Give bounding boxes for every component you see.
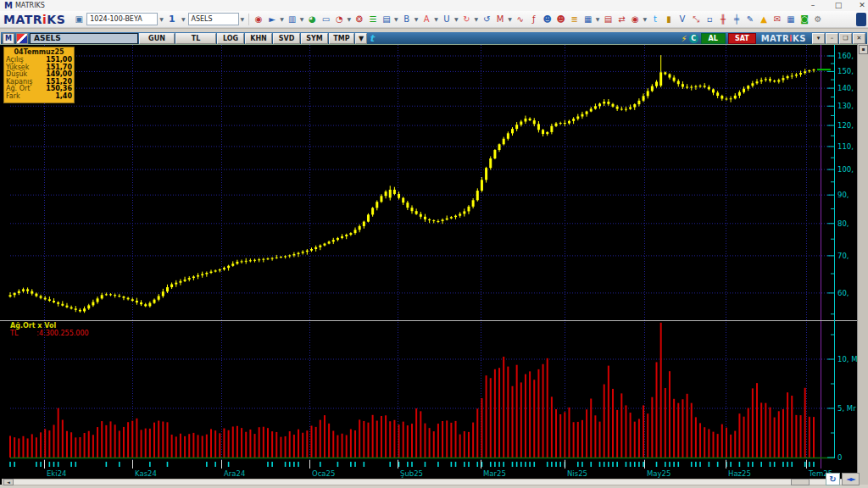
matriks-window-icon: M	[3, 33, 14, 44]
sync-button[interactable]: ↻	[826, 473, 840, 485]
price-axis-label: 90,	[837, 191, 849, 199]
horizontal-scrollbar[interactable]	[2, 479, 856, 485]
chevron-down-icon[interactable]: ▼	[454, 16, 459, 22]
button-svd[interactable]: SVD	[273, 33, 300, 44]
chevron-down-icon[interactable]: ▼	[596, 16, 600, 22]
zoom-icon[interactable]: ◉	[253, 14, 264, 25]
annotation-a-icon[interactable]: A	[420, 14, 432, 25]
scroll-thumb[interactable]	[791, 479, 810, 485]
chevron-down-icon[interactable]: ▼	[300, 16, 304, 22]
scroll-left-arrow[interactable]: ◄	[3, 479, 14, 485]
ruler-icon[interactable]: ⤡	[690, 14, 702, 25]
traffic-light-icon[interactable]: ≣	[569, 14, 581, 25]
save-icon[interactable]: ▣	[73, 14, 85, 25]
chart-menu-caret[interactable]: ▾	[812, 33, 825, 44]
chevron-down-icon[interactable]: ▼	[394, 16, 398, 22]
twitter-icon[interactable]: t	[370, 33, 374, 44]
function-icon[interactable]: ƒ	[528, 14, 540, 25]
chevron-down-icon[interactable]: ▼	[434, 16, 438, 22]
window-icon[interactable]: ▫	[704, 14, 715, 25]
price-axis-label: 80,	[837, 219, 849, 228]
month-label: Eki24	[47, 469, 66, 478]
monitor-icon[interactable]: ▭	[320, 14, 331, 25]
scale-button-log[interactable]: LOG	[217, 33, 244, 44]
lightning-icon[interactable]: ⚡	[682, 34, 687, 43]
month-label: Haz25	[728, 469, 751, 478]
menu-grid-icon[interactable]	[856, 13, 866, 26]
refresh-icon[interactable]: ↻	[461, 14, 473, 25]
chevron-down-icon[interactable]: ▼	[280, 16, 284, 22]
clock-icon[interactable]: ◔	[333, 14, 345, 25]
price-volume-chart[interactable]: 160,150,140,130,120,110,100,90,80,70,60,…	[0, 44, 868, 485]
workspace-select[interactable]: 1024-100-BEYA	[86, 13, 158, 25]
twitter-icon[interactable]: t	[649, 14, 661, 25]
history-icon[interactable]: ↺	[481, 14, 492, 25]
chart-restore-button[interactable]: ❏	[839, 33, 852, 44]
depth-icon[interactable]: ☰	[367, 14, 379, 25]
unit-button-tl[interactable]: TL	[175, 33, 216, 44]
user-icon[interactable]: ☻	[542, 14, 554, 25]
chevron-down-icon[interactable]: ▼	[159, 16, 164, 22]
volume-axis-label: 5, Mr	[837, 404, 856, 413]
v-icon[interactable]: V	[676, 14, 688, 25]
bar-navigation-button[interactable]: ◄►	[842, 473, 860, 485]
documents-icon[interactable]: ▤	[602, 14, 614, 25]
volume-pane-header: Ağ.Ort x Vol TL :4.300.255.000	[10, 322, 120, 337]
chart-symbol-field[interactable]: ASELS	[30, 33, 138, 44]
chart-type-icon[interactable]: ▥	[287, 14, 298, 25]
chevron-down-icon[interactable]: ▼	[415, 16, 419, 22]
button-khn[interactable]: KHN	[245, 33, 272, 44]
chart-close-button[interactable]: ✕	[853, 33, 865, 44]
right-scroll-strip[interactable]: ▪	[857, 44, 868, 485]
line-chart-icon[interactable]: ∿	[515, 14, 526, 25]
matriks-small-logo: MATRiKS	[761, 34, 806, 43]
palette-icon[interactable]: ❂	[353, 14, 365, 25]
calendar-icon[interactable]: ▦	[582, 14, 594, 25]
chart-dropdown-caret[interactable]: ▼	[355, 33, 367, 44]
c-badge-icon[interactable]: C	[689, 34, 698, 43]
journal-icon[interactable]: ▤	[381, 14, 392, 25]
page-number[interactable]: 1	[166, 14, 180, 25]
button-sym[interactable]: SYM	[301, 33, 328, 44]
ohlc-info-box: 04Temmuz25 Açılış151,00Yüksek151,70Düşük…	[3, 47, 75, 103]
price-axis-label: 150,	[837, 67, 854, 75]
underline-icon[interactable]: U	[441, 14, 453, 25]
strip-button[interactable]: ▪	[859, 45, 868, 54]
bold-icon[interactable]: B	[401, 14, 413, 25]
price-axis-label: 120,	[837, 121, 854, 130]
maximize-button[interactable]: □	[827, 0, 849, 11]
minimize-button[interactable]: –	[802, 0, 824, 11]
chevron-down-icon[interactable]: ▼	[347, 16, 351, 22]
chevron-down-icon[interactable]: ▼	[241, 16, 245, 22]
chevron-down-icon[interactable]: ▼	[643, 16, 647, 22]
chart-minimize-button[interactable]: –	[826, 33, 838, 44]
chevron-down-icon[interactable]: ▼	[475, 16, 479, 22]
symbol-search-input[interactable]: ASELS	[188, 13, 239, 25]
pointer-icon[interactable]: ►	[266, 14, 278, 25]
close-button[interactable]: ✕	[851, 0, 868, 11]
draw-icon[interactable]: ✎	[744, 14, 756, 25]
buy-button[interactable]: AL	[701, 33, 726, 44]
users-icon[interactable]: ☻	[555, 14, 567, 25]
code-icon[interactable]: ▮	[663, 14, 675, 25]
search-icon[interactable]: ◉	[629, 14, 641, 25]
chat-icon[interactable]: ◙	[798, 14, 810, 25]
currency-label: TL	[10, 330, 18, 337]
button-tmp[interactable]: TMP	[329, 33, 354, 44]
chevron-down-icon[interactable]: ▼	[508, 16, 512, 22]
candle-up-icon[interactable]: ╫	[717, 14, 729, 25]
month-label: Oca25	[312, 469, 335, 478]
sell-button[interactable]: SAT	[728, 33, 756, 44]
matriks-m-icon[interactable]: M	[494, 14, 506, 25]
mail-icon[interactable]: ✉	[771, 14, 783, 25]
sync-icon[interactable]: ⇄	[615, 14, 627, 25]
settings-gears-icon[interactable]: ⚙	[812, 14, 824, 25]
chart-titlebar[interactable]: M ASELS GUN TL LOG KHN SVD SYM TMP ▼ t ⚡…	[1, 32, 867, 45]
pie-chart-icon[interactable]: ◕	[306, 14, 318, 25]
alert-bell-icon[interactable]: ▲	[758, 14, 770, 25]
period-button-gun[interactable]: GUN	[139, 33, 175, 44]
month-label: Mar25	[483, 469, 506, 478]
candle-down-icon[interactable]: ╪	[731, 14, 743, 25]
chevron-down-icon[interactable]: ▼	[181, 16, 186, 22]
calculator-icon[interactable]: ▦	[785, 14, 797, 25]
